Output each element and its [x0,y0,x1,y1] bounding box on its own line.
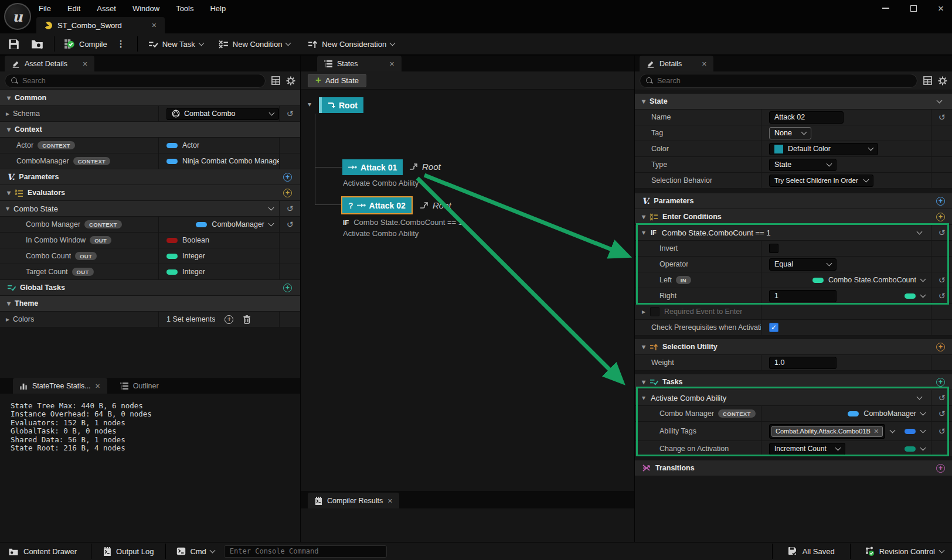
menu-tools[interactable]: Tools [176,4,193,13]
settings-gear-icon[interactable] [286,76,295,86]
check-prerequisites-checkbox[interactable] [769,323,778,332]
details-search-input[interactable] [657,77,911,85]
property-matrix-icon[interactable] [271,76,280,85]
global-tasks-section-header[interactable]: Global Tasks [0,280,300,296]
binding-chevron-icon[interactable] [920,427,926,433]
tab-asset-details[interactable]: Asset Details [5,56,94,71]
new-task-button[interactable]: New Task [148,40,203,49]
new-consideration-button[interactable]: New Consideration [308,40,395,49]
console-input-wrap[interactable] [224,545,387,558]
tab-outliner[interactable]: Outliner [113,378,166,394]
tab-states[interactable]: States [317,56,402,71]
states-tab-close-icon[interactable] [389,59,394,69]
revision-control-button[interactable]: Revision Control [856,542,952,560]
reset-right-icon[interactable] [939,291,946,301]
output-log-button[interactable]: Output Log [97,542,159,560]
property-matrix-icon[interactable] [923,76,932,85]
settings-gear-icon[interactable] [938,76,947,86]
schema-dropdown[interactable]: Combat Combo [166,108,279,120]
task-node-header-row[interactable]: Activate Combo Ability [635,390,952,406]
caret-right-icon[interactable] [6,315,9,323]
add-parameter-icon[interactable] [283,173,292,182]
condition-node-header-row[interactable]: IF Combo State.ComboCount == 1 [635,225,952,241]
add-parameter-icon[interactable] [936,197,945,206]
state-section-chevron-icon[interactable] [937,97,943,103]
maximize-icon[interactable] [910,5,917,12]
selection-utility-section-header[interactable]: Selection Utility [635,339,952,355]
add-transition-icon[interactable] [936,464,945,473]
new-condition-button[interactable]: New Condition [219,40,291,49]
caret-right-icon[interactable] [6,110,9,118]
add-state-button[interactable]: + Add State [308,74,366,87]
binding-chevron-icon[interactable] [920,409,926,415]
details-tab-close-icon[interactable] [702,59,706,69]
ability-tags-field[interactable]: Combat.Ability.Attack.Combo01B [769,424,885,439]
binding-chevron-icon[interactable] [920,292,926,298]
condition-chevron-icon[interactable] [917,228,923,234]
caret-right-icon[interactable] [642,308,645,316]
evaluators-section-header[interactable]: Evaluators [0,185,300,201]
combo-state-header-row[interactable]: Combo State [0,201,300,217]
common-section-header[interactable]: Common [0,90,300,106]
cmd-selector[interactable]: Cmd [172,542,219,560]
invert-checkbox[interactable] [769,244,778,253]
add-task-icon[interactable] [936,378,945,387]
theme-section-header[interactable]: Theme [0,296,300,312]
selection-behavior-dropdown[interactable]: Try Select Children In Order [769,175,873,187]
binding-chevron-icon[interactable] [920,276,926,282]
context-section-header[interactable]: Context [0,122,300,138]
type-dropdown[interactable]: State [769,159,837,171]
transitions-section-header[interactable]: Transitions [635,460,952,476]
weight-input[interactable]: 1.0 [769,357,837,369]
binding-chevron-icon[interactable] [268,220,274,226]
details-searchbar[interactable] [640,74,917,88]
reset-left-icon[interactable] [939,275,946,285]
reset-name-icon[interactable] [939,112,946,122]
reset-condition-icon[interactable] [939,228,946,237]
asset-tab-close-icon[interactable] [152,21,157,30]
tag-dropdown[interactable]: None [769,127,811,139]
state-node-root[interactable]: Root [319,97,363,113]
console-command-input[interactable] [224,545,387,558]
close-window-icon[interactable]: × [938,4,944,13]
compile-options-icon[interactable] [117,39,125,49]
tasks-section-header[interactable]: Tasks [635,374,952,390]
required-event-checkbox[interactable] [650,307,659,316]
tab-statetree-statistics[interactable]: StateTree Statis... [13,378,107,394]
menu-asset[interactable]: Asset [97,4,116,13]
state-node-attack01[interactable]: Attack 01 [342,159,403,175]
ability-tags-chevron-icon[interactable] [890,427,896,433]
reset-schema-icon[interactable] [287,109,294,118]
parameters-section-header[interactable]: V. Parameters [635,193,952,209]
menu-window[interactable]: Window [132,4,159,13]
reset-task-icon[interactable] [939,393,946,402]
compiler-tab-close-icon[interactable] [387,496,392,506]
statistics-tab-close-icon[interactable] [96,381,100,391]
root-expander-icon[interactable] [308,100,311,108]
unreal-logo[interactable]: u [4,3,31,30]
state-section-header[interactable]: State [635,94,952,110]
binding-chevron-icon[interactable] [920,445,926,450]
add-evaluator-icon[interactable] [283,189,292,197]
remove-tag-icon[interactable] [874,426,879,436]
reset-binding-icon[interactable] [287,220,294,229]
save-asset-button[interactable] [8,39,19,50]
combo-state-chevron-icon[interactable] [268,204,274,210]
name-input[interactable]: Attack 02 [769,111,844,124]
color-dropdown[interactable]: Default Color [769,143,878,155]
add-utility-icon[interactable] [936,343,945,351]
compile-button[interactable]: Compile [64,39,107,49]
menu-edit[interactable]: Edit [67,4,80,13]
task-chevron-icon[interactable] [917,394,923,399]
add-color-icon[interactable] [225,315,233,324]
reset-task-combo-manager-icon[interactable] [939,409,946,418]
reset-combo-state-icon[interactable] [287,204,294,213]
tab-details[interactable]: Details [640,56,713,71]
tab-compiler-results[interactable]: Compiler Results [308,493,399,508]
add-condition-icon[interactable] [936,213,945,221]
enter-conditions-section-header[interactable]: Enter Conditions [635,209,952,225]
menu-help[interactable]: Help [210,4,226,13]
asset-details-tab-close-icon[interactable] [83,59,87,69]
asset-details-searchbar[interactable] [5,74,266,88]
reset-ability-tags-icon[interactable] [939,426,946,436]
